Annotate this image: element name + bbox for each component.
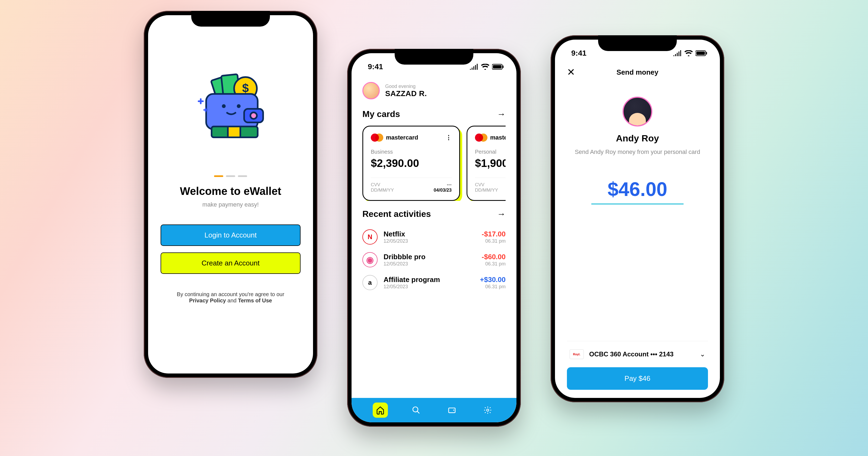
activities-arrow[interactable]: → bbox=[497, 209, 506, 219]
wifi-icon bbox=[481, 64, 489, 70]
chevron-down-icon: ⌄ bbox=[700, 350, 705, 358]
onboarding-title: Welcome to eWallet bbox=[161, 185, 301, 197]
card-menu-icon[interactable]: ⋮ bbox=[446, 134, 452, 141]
close-icon[interactable]: ✕ bbox=[567, 66, 575, 78]
recipient-avatar bbox=[622, 96, 652, 126]
send-description: Send Andy Roy money from your personal c… bbox=[567, 148, 708, 156]
activity-row[interactable]: N Netflix12/05/2023 -$17.0006.31 pm bbox=[362, 226, 506, 248]
svg-rect-10 bbox=[228, 126, 240, 137]
activity-row[interactable]: a Affiliate program12/05/2023 +$30.0006.… bbox=[362, 271, 506, 294]
bank-icon: Royl. bbox=[569, 349, 584, 359]
privacy-link[interactable]: Privacy Policy bbox=[189, 297, 226, 304]
tab-search[interactable] bbox=[408, 402, 424, 418]
wallet-illustration: $ bbox=[161, 39, 301, 170]
card-business[interactable]: mastercard ⋮ Business $2,390.00 CVVDD/MM… bbox=[362, 126, 460, 201]
svg-rect-19 bbox=[696, 52, 705, 55]
pay-button[interactable]: Pay $46 bbox=[567, 367, 708, 390]
battery-icon bbox=[695, 50, 707, 56]
svg-rect-20 bbox=[706, 52, 707, 54]
user-name: SAZZAD R. bbox=[385, 89, 427, 98]
activities-heading: Recent activities bbox=[362, 209, 431, 219]
phone-send-money: 9:41 ✕ Send money Andy Roy Send Andy Roy… bbox=[551, 35, 724, 402]
greeting-text: Good evening bbox=[385, 84, 415, 89]
create-account-button[interactable]: Create an Account bbox=[161, 252, 301, 274]
legal-text: By continuing an account you're agree to… bbox=[161, 291, 301, 304]
svg-point-17 bbox=[487, 409, 489, 411]
status-time: 9:41 bbox=[368, 62, 383, 71]
tab-wallet[interactable] bbox=[444, 402, 460, 418]
search-icon bbox=[412, 406, 421, 415]
mastercard-icon bbox=[475, 134, 488, 142]
mastercard-icon bbox=[371, 134, 383, 142]
login-button[interactable]: Login to Account bbox=[161, 225, 301, 246]
account-selector[interactable]: Royl. OCBC 360 Account ••• 2143 ⌄ bbox=[567, 341, 708, 367]
tab-bar bbox=[351, 398, 517, 422]
recipient-name: Andy Roy bbox=[567, 133, 708, 144]
terms-link[interactable]: Terms of Use bbox=[238, 297, 272, 304]
tab-settings[interactable] bbox=[480, 402, 495, 418]
notch bbox=[191, 11, 270, 27]
my-cards-heading: My cards bbox=[362, 109, 400, 119]
onboarding-subtitle: make paymeny easy! bbox=[161, 201, 301, 208]
phone-onboarding: $ bbox=[144, 11, 317, 378]
activity-row[interactable]: ◉ Dribbble pro12/05/2023 -$60.0006.31 pm bbox=[362, 248, 506, 271]
wifi-icon bbox=[684, 50, 693, 56]
user-avatar[interactable] bbox=[362, 82, 380, 99]
svg-point-14 bbox=[413, 407, 418, 412]
page-indicator bbox=[161, 175, 301, 177]
svg-point-5 bbox=[222, 104, 226, 108]
signal-icon bbox=[673, 50, 681, 56]
svg-point-6 bbox=[237, 104, 241, 108]
svg-text:$: $ bbox=[242, 81, 249, 95]
status-time: 9:41 bbox=[571, 49, 586, 58]
amazon-icon: a bbox=[362, 275, 378, 290]
my-cards-arrow[interactable]: → bbox=[497, 109, 506, 119]
cards-carousel[interactable]: mastercard ⋮ Business $2,390.00 CVVDD/MM… bbox=[362, 126, 506, 201]
svg-point-16 bbox=[453, 409, 454, 411]
card-brand: mastercard bbox=[386, 134, 418, 141]
card-brand: mastercard bbox=[490, 134, 506, 141]
account-label: OCBC 360 Account ••• 2143 bbox=[589, 350, 694, 358]
netflix-icon: N bbox=[362, 229, 378, 245]
svg-rect-13 bbox=[503, 65, 503, 68]
card-balance: $2,390.00 bbox=[371, 157, 452, 169]
card-type: Personal bbox=[475, 149, 506, 155]
phone-home: 9:41 Good evening SAZZAD R. My cards → bbox=[347, 49, 521, 427]
greeting-row: Good evening SAZZAD R. bbox=[362, 82, 506, 99]
send-money-title: Send money bbox=[617, 68, 659, 77]
dribbble-icon: ◉ bbox=[362, 252, 378, 267]
tab-home[interactable] bbox=[373, 402, 388, 418]
card-type: Business bbox=[371, 149, 452, 155]
battery-icon bbox=[492, 64, 504, 70]
notch bbox=[598, 35, 677, 51]
notch bbox=[395, 49, 473, 65]
svg-rect-12 bbox=[493, 65, 501, 69]
wallet-icon bbox=[447, 406, 456, 415]
amount-value[interactable]: $46.00 bbox=[567, 178, 708, 200]
svg-point-8 bbox=[250, 112, 257, 119]
card-personal[interactable]: mastercard Personal $1,9009. CVVDD/MM/YY bbox=[467, 126, 506, 201]
gear-icon bbox=[484, 406, 492, 415]
card-balance: $1,9009. bbox=[475, 157, 506, 169]
signal-icon bbox=[469, 64, 478, 70]
home-icon bbox=[376, 406, 384, 415]
